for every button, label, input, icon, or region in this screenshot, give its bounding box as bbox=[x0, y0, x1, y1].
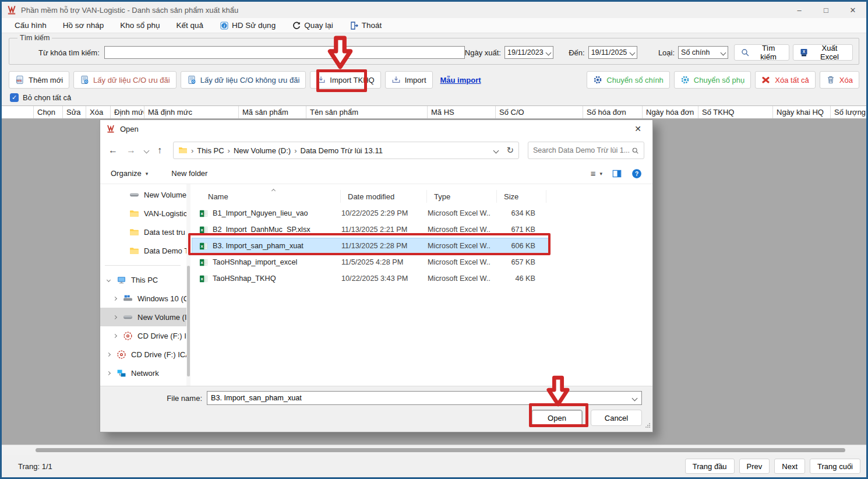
sidebar-item[interactable]: New Volume (D: bbox=[100, 185, 186, 204]
menu-item-quay-lai[interactable]: Quay lại bbox=[285, 19, 340, 32]
chevron-down-icon bbox=[632, 395, 638, 401]
chevron-right-icon[interactable] bbox=[111, 297, 118, 300]
recent-locations-icon[interactable] bbox=[144, 147, 150, 153]
breadcrumb-segment[interactable]: ›New Volume (D:) bbox=[228, 146, 291, 155]
column-header-Xóa[interactable]: Xóa bbox=[86, 106, 111, 118]
file-row[interactable]: xTaoHSnhap_TKHQ10/22/2025 3:43 PMMicroso… bbox=[192, 270, 549, 287]
scrollbar-thumb[interactable] bbox=[187, 266, 190, 376]
sidebar-item[interactable]: VAN-Logistic_Be bbox=[100, 204, 186, 223]
scrollbar-thumb[interactable] bbox=[36, 448, 845, 452]
breadcrumb-segment[interactable]: ›This PC bbox=[191, 146, 224, 155]
trang-dau-button[interactable]: Trang đầu bbox=[685, 459, 735, 474]
dialog-search-input[interactable] bbox=[533, 146, 631, 154]
horizontal-scrollbar[interactable] bbox=[2, 445, 866, 455]
chevron-right-icon[interactable] bbox=[105, 353, 112, 356]
them-moi-button[interactable]: NEWThêm mới bbox=[9, 71, 69, 89]
import-tkhq-button[interactable]: Import TKHQ bbox=[310, 71, 380, 89]
cancel-button[interactable]: Cancel bbox=[591, 410, 642, 426]
prev-button[interactable]: Prev bbox=[739, 459, 770, 474]
file-column-header-size[interactable]: Size bbox=[497, 190, 546, 203]
breadcrumb[interactable]: ›This PC›New Volume (D:)›Data Demo Trừ l… bbox=[173, 142, 519, 159]
type-select[interactable]: Số chính bbox=[678, 46, 728, 59]
organize-menu[interactable]: Organize ▾ bbox=[111, 169, 148, 178]
refresh-icon[interactable]: ↻ bbox=[506, 145, 514, 156]
close-icon[interactable]: ✕ bbox=[839, 2, 866, 18]
column-header-Số hóa đơn[interactable]: Số hóa đơn bbox=[583, 106, 643, 118]
column-header-Mã định mức[interactable]: Mã định mức bbox=[144, 106, 239, 118]
breadcrumb-segment[interactable]: ›Data Demo Trừ lùi 13.11 bbox=[294, 146, 383, 155]
column-header-Tên sản phẩm[interactable]: Tên sản phẩm bbox=[306, 106, 428, 118]
chuyen-so-chinh-button[interactable]: Chuyển sổ chính bbox=[587, 71, 670, 89]
column-header-Ngày khai HQ[interactable]: Ngày khai HQ bbox=[773, 106, 831, 118]
column-header-Số lượng[interactable]: Số lượng bbox=[831, 106, 868, 118]
import-button[interactable]: Import bbox=[385, 71, 433, 89]
date-to-picker[interactable]: 19/11/2025 bbox=[588, 46, 637, 59]
template-import-link[interactable]: Mẫu import bbox=[440, 76, 481, 84]
help-icon[interactable]: ? bbox=[631, 168, 642, 179]
file-column-header-date-modified[interactable]: Date modified bbox=[341, 190, 427, 203]
dialog-search-box[interactable] bbox=[528, 142, 644, 159]
file-column-header-type[interactable]: Type bbox=[427, 190, 497, 203]
menu-item-cau-hinh[interactable]: Cấu hình bbox=[8, 19, 54, 31]
sidebar-item[interactable]: Windows 10 (C bbox=[100, 289, 186, 308]
deselect-all-checkbox[interactable]: ✓ bbox=[10, 93, 19, 102]
column-header-Mã HS[interactable]: Mã HS bbox=[428, 106, 496, 118]
back-icon[interactable]: ← bbox=[108, 145, 118, 156]
file-row[interactable]: xB3. Import_san_pham_xuat11/13/2025 2:28… bbox=[192, 238, 549, 254]
file-column-header-name[interactable]: Name bbox=[190, 190, 341, 203]
up-icon[interactable]: ↑ bbox=[157, 145, 162, 156]
sidebar-item[interactable]: CD Drive (F:) IC bbox=[100, 326, 186, 345]
preview-pane-icon[interactable] bbox=[612, 168, 622, 179]
dialog-close-icon[interactable]: ✕ bbox=[629, 124, 647, 133]
menu-item-thoat[interactable]: Thoát bbox=[343, 19, 389, 32]
date-from-picker[interactable]: 19/11/2023 bbox=[504, 46, 553, 59]
menu-item-hd-su-dung[interactable]: iHD Sử dụng bbox=[213, 19, 283, 32]
column-header-blank[interactable] bbox=[2, 106, 34, 118]
breadcrumb-dropdown-icon[interactable] bbox=[493, 147, 499, 153]
menu-item-kho-so-phu[interactable]: Kho sổ phụ bbox=[113, 19, 167, 31]
search-input[interactable] bbox=[104, 46, 465, 59]
maximize-icon[interactable]: □ bbox=[813, 2, 839, 18]
sidebar-item[interactable]: New Volume (I bbox=[100, 308, 186, 326]
minimize-icon[interactable]: – bbox=[786, 2, 813, 18]
column-header-Mã sản phẩm[interactable]: Mã sản phẩm bbox=[239, 106, 306, 118]
lay-du-lieu-co-uu-dai-button[interactable]: Lấy dữ liệu C/O ưu đãi bbox=[73, 71, 177, 89]
xoa-tat-ca-button[interactable]: Xóa tất cả bbox=[755, 71, 816, 89]
file-row[interactable]: xB2_Import_DanhMuc_SP.xlsx11/13/2025 2:2… bbox=[192, 221, 549, 238]
trang-cuoi-button[interactable]: Trang cuối bbox=[810, 459, 860, 474]
file-row[interactable]: xTaoHSnhap_import_excel11/5/2025 4:28 PM… bbox=[192, 254, 549, 270]
chuyen-so-phu-button[interactable]: Chuyển sổ phụ bbox=[674, 71, 751, 89]
chevron-right-icon[interactable] bbox=[111, 316, 118, 319]
column-header-Số TKHQ[interactable]: Số TKHQ bbox=[698, 106, 773, 118]
column-header-Định mức[interactable]: Định mức bbox=[111, 106, 144, 118]
file-name-input[interactable] bbox=[207, 394, 633, 402]
chevron-right-icon[interactable] bbox=[105, 372, 112, 375]
lay-du-lieu-co-khong-uu-dai-button[interactable]: Lấy dữ liệu C/O không ưu đãi bbox=[181, 71, 306, 89]
menu-item-ho-so-nhap[interactable]: Hồ sơ nháp bbox=[56, 19, 111, 31]
xoa-button[interactable]: Xóa bbox=[820, 71, 859, 89]
sidebar-scrollbar[interactable] bbox=[186, 184, 190, 386]
file-row[interactable]: xB1_Import_Nguyen_lieu_vao10/22/2025 2:2… bbox=[192, 205, 549, 221]
column-header-Số C/O[interactable]: Số C/O bbox=[496, 106, 583, 118]
sidebar-item[interactable]: Network bbox=[100, 364, 186, 382]
view-mode-button[interactable]: ≡ ▾ bbox=[591, 168, 602, 178]
column-header-Sửa[interactable]: Sửa bbox=[63, 106, 86, 118]
sidebar-item[interactable]: CD Drive (F:) ICA bbox=[100, 345, 186, 364]
chevron-right-icon[interactable] bbox=[111, 334, 118, 337]
menu-item-ket-qua[interactable]: Kết quả bbox=[170, 19, 211, 31]
next-button[interactable]: Next bbox=[774, 459, 805, 474]
resize-grip[interactable] bbox=[645, 421, 651, 430]
open-button[interactable]: Open bbox=[531, 410, 583, 426]
export-excel-button[interactable]: X Xuất Excel bbox=[793, 44, 853, 61]
forward-icon[interactable]: → bbox=[126, 145, 136, 156]
column-header-Ngày hóa đơn[interactable]: Ngày hóa đơn bbox=[643, 106, 698, 118]
chevron-right-icon: › bbox=[191, 146, 193, 155]
column-header-Chọn[interactable]: Chọn bbox=[34, 106, 63, 118]
file-name-combo[interactable] bbox=[207, 391, 642, 405]
sidebar-item[interactable]: This PC bbox=[100, 270, 186, 289]
new-folder-button[interactable]: New folder bbox=[171, 169, 207, 178]
sidebar-item[interactable]: Data Demo Trừ l bbox=[100, 241, 186, 260]
search-button[interactable]: Tìm kiếm bbox=[734, 44, 789, 61]
chevron-down-icon[interactable] bbox=[105, 279, 112, 281]
sidebar-item[interactable]: Data test tru lui bbox=[100, 223, 186, 241]
